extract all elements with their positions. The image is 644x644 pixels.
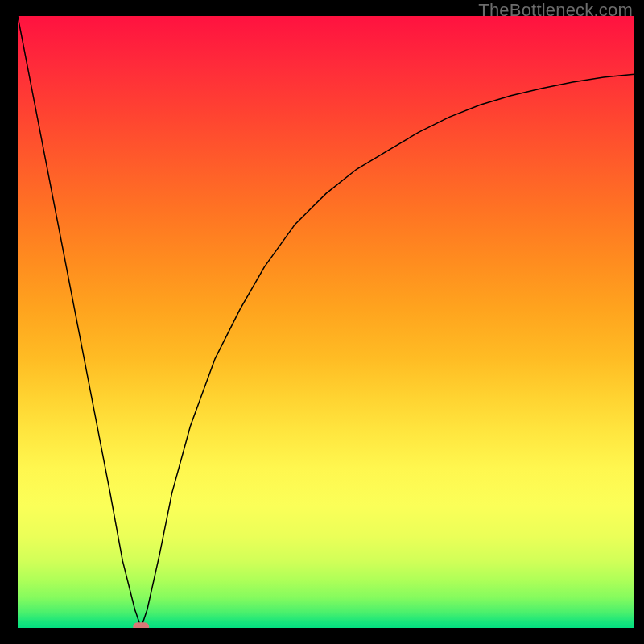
chart-svg (18, 16, 634, 628)
series-bottleneck-curve (18, 16, 634, 628)
watermark-text: TheBottleneck.com (478, 0, 633, 21)
chart-frame: TheBottleneck.com (0, 0, 644, 644)
optimum-marker (133, 622, 149, 628)
plot-area (18, 16, 634, 628)
